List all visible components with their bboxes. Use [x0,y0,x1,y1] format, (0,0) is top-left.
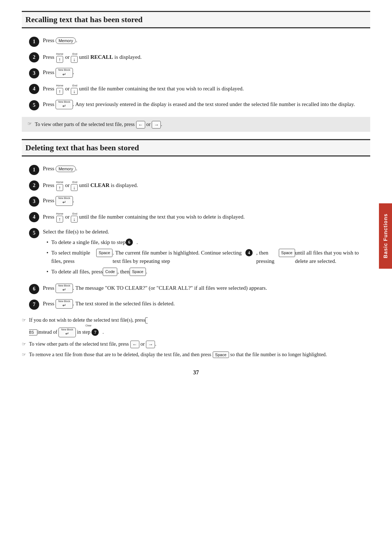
left-key-d2: ← [130,341,139,348]
newblock-key-d6: New Block ↵ [56,284,73,293]
delete-step-6: 6 Press New Block ↵ . The message "OK TO… [29,284,370,294]
down-arrow-wrapper-4: End ↓ [71,84,78,94]
down-arrow-key: ↓ [71,56,78,63]
delete-note-3-text: To remove a text file from those that ar… [29,351,327,358]
up-key-d2: ↑ [56,184,63,191]
up-arrow-key: ↑ [56,56,63,63]
delete-step-5-bullets: To delete a single file, skip to step 6.… [46,238,370,276]
up-arrow-key-4: ↑ [56,88,63,95]
down-arrow-key-4: ↓ [71,88,78,95]
memory-key: Memory [56,37,76,44]
step-number-4: 4 [29,84,39,94]
recall-step-5-content: Press New Block ↵ . Any text previously … [43,100,370,110]
up-key-d4: ↑ [56,216,63,223]
delete-note-2: ☞ To view other parts of the selected te… [22,340,370,348]
recall-step-2-content: Press Home ↑ or End ↓ until RECALL is di… [43,52,370,63]
down-arrow-d4: End ↓ [71,212,78,223]
recall-note-box: ☞ To view other parts of the selected te… [22,117,370,132]
delete-step-7-content: Press New Block ↵ . The text stored in t… [43,299,370,309]
section-delete-steps: 1 Press Memory. 2 Press Home ↑ or End ↓ … [29,164,370,310]
delete-note-1-text: If you do not wish to delete the selecte… [29,316,148,337]
step-ref-4: 4 [245,249,253,256]
space-key-b3: Space [130,268,146,276]
recall-step-3: 3 Press New Block ↵ . [29,68,370,78]
delete-step-3-content: Press New Block ↵ . [43,196,370,206]
recall-step-1: 1 Press Memory. [29,36,370,47]
memory-key-d1: Memory [56,166,76,172]
delete-step-number-3: 3 [29,196,39,207]
sidebar-tab-label: Basic Functions [383,214,388,258]
space-key-b2: Space [96,249,113,257]
delete-step-4-content: Press Home ↑ or End ↓ until the file num… [43,212,370,223]
right-key-d2: → [146,341,155,348]
right-arrow-key: → [152,121,161,129]
delete-step-4: 4 Press Home ↑ or End ↓ until the file n… [29,212,370,223]
note-icon-d2: ☞ [22,341,26,348]
recall-step-1-content: Press Memory. [43,36,370,45]
delete-step-number-6: 6 [29,284,39,294]
newblock-key-3: New Block ↵ [56,68,73,78]
up-arrow-wrapper: Home ↑ [56,52,64,63]
delete-note-1: ☞ If you do not wish to delete the selec… [22,316,370,337]
left-arrow-key: ← [136,121,145,129]
note-icon-d1: ☞ [22,317,26,324]
section-recall-steps: 1 Press Memory. 2 Press Home ↑ or End ↓ … [29,36,370,110]
step-number-2: 2 [29,52,39,62]
space-key-note3: Space [213,351,229,358]
newblock-key-note1: New Block ↵ [58,328,75,337]
delete-step-2-content: Press Home ↑ or End ↓ until CLEAR is dis… [43,180,370,191]
bullet-single: To delete a single file, skip to step 6. [46,238,370,247]
step-number-3: 3 [29,68,39,78]
bullet-all: To delete all files, press Code, then Sp… [46,268,370,276]
delete-step-number-1: 1 [29,165,39,175]
space-key-b2b: Space [279,249,295,257]
delete-step-5-content: Select the file(s) to be deleted. To del… [43,228,370,278]
delete-step-number-4: 4 [29,212,39,222]
delete-step-1: 1 Press Memory. [29,164,370,175]
recall-step-5: 5 Press New Block ↵ . Any text previousl… [29,100,370,110]
up-arrow-d4: Home ↑ [56,212,64,223]
bullet-multiple: To select multiple files, press Space. T… [46,249,370,265]
recall-note-text: To view other parts of the selected text… [35,121,162,128]
recall-step-4: 4 Press Home ↑ or End ↓ until the file n… [29,84,370,94]
down-arrow-wrapper: End ↓ [71,52,78,63]
sidebar-tab: Basic Functions [379,203,392,269]
step-ref-6: 6 [126,239,133,246]
delete-step-6-content: Press New Block ↵ . The message "OK TO C… [43,284,370,293]
step-ref-7-note: 7 [91,329,99,336]
section-recall: Recalling text that has been stored 1 Pr… [22,11,370,132]
recall-step-3-content: Press New Block ↵ . [43,68,370,78]
newblock-key-5: New Block ↵ [56,100,73,110]
delete-step-1-content: Press Memory. [43,164,370,173]
page-number: 37 [22,369,370,376]
recall-step-2: 2 Press Home ↑ or End ↓ until RECALL is … [29,52,370,63]
delete-step-number-2: 2 [29,180,39,191]
delete-step-5: 5 Select the file(s) to be deleted. To d… [29,228,370,278]
note-icon-d3: ☞ [22,351,26,358]
delete-step-number-7: 7 [29,300,39,310]
down-arrow-d2: End ↓ [71,180,78,191]
section-delete: Deleting text that has been stored 1 Pre… [22,139,370,358]
delete-note-2-text: To view other parts of the selected text… [29,340,156,348]
up-arrow-wrapper-4: Home ↑ [56,84,64,94]
delete-step-3: 3 Press New Block ↵ . [29,196,370,207]
delete-step-2: 2 Press Home ↑ or End ↓ until CLEAR is d… [29,180,370,191]
section-delete-title: Deleting text that has been stored [22,139,370,156]
down-key-d4: ↓ [71,216,78,223]
code-key: Code [103,268,117,276]
bs-key: ClearBS [29,317,148,336]
step-number-1: 1 [29,37,39,47]
newblock-key-d3: New Block ↵ [56,196,73,206]
delete-notes-area: ☞ If you do not wish to delete the selec… [22,316,370,358]
recall-step-4-content: Press Home ↑ or End ↓ until the file num… [43,84,370,94]
section-recall-title: Recalling text that has been stored [22,11,370,28]
delete-note-3: ☞ To remove a text file from those that … [22,351,370,358]
up-arrow-d2: Home ↑ [56,180,64,191]
delete-step-7: 7 Press New Block ↵ . The text stored in… [29,299,370,310]
step-number-5: 5 [29,100,39,110]
note-icon: ☞ [28,121,32,127]
newblock-key-d7: New Block ↵ [56,299,73,309]
delete-step-number-5: 5 [29,228,39,238]
down-key-d2: ↓ [71,184,78,191]
